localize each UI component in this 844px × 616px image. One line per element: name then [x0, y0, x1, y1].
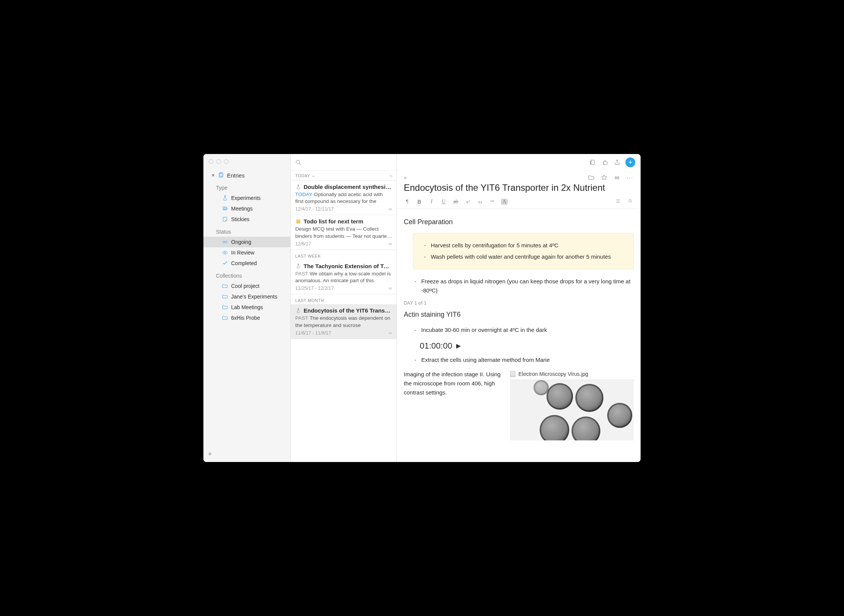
close-window-icon[interactable]	[209, 159, 213, 164]
star-icon[interactable]	[600, 174, 608, 181]
sidebar-entries[interactable]: ▼ Entries	[203, 170, 290, 181]
infinity-icon	[222, 239, 228, 245]
sidebar-item-completed[interactable]: Completed	[203, 258, 290, 269]
play-icon[interactable]: ▶	[456, 341, 461, 351]
svg-rect-6	[591, 160, 595, 165]
timer[interactable]: 01:00:00 ▶	[404, 339, 634, 352]
breadcrumb-chevron-icon[interactable]: »	[404, 174, 407, 181]
folder-icon[interactable]	[587, 174, 595, 181]
entry-title[interactable]: Endocytosis of the YIT6 Transporter in 2…	[404, 182, 605, 193]
sidebar-item-label: Stickies	[231, 216, 249, 222]
list-item-dates: 11/6/17 - 11/8/17	[295, 330, 331, 336]
callout-item: Harvest cells by centrifugation for 5 mi…	[424, 241, 626, 250]
sidebar-group-status: Status	[203, 227, 290, 237]
bold-button[interactable]: B	[416, 199, 423, 205]
folder-icon	[222, 283, 228, 289]
list-item-title: Endocytosis of the YIT6 Trans…	[304, 307, 392, 314]
outline-button[interactable]	[615, 198, 622, 206]
entry-list-column: TODAY ⌄ ↑↓ Double displacement synthesi……	[291, 154, 397, 462]
list-item-preview: Design MCQ test with Eva — Collect binde…	[295, 226, 392, 239]
sidebar-add-button[interactable]: +	[203, 446, 290, 462]
infinity-icon[interactable]: ∞	[613, 174, 621, 181]
sidebar-item-label: 6xHis Probe	[231, 315, 260, 321]
sidebar-item-label: Completed	[231, 260, 257, 266]
link-button[interactable]	[489, 198, 496, 205]
window-controls	[209, 159, 228, 164]
flask-icon	[222, 195, 228, 201]
attachment[interactable]: Electron Microscopy Virus.jpg	[510, 370, 634, 440]
find-button[interactable]	[627, 198, 634, 206]
strikethrough-button[interactable]: ab	[452, 199, 459, 205]
sort-icon[interactable]: ↑↓	[389, 173, 392, 178]
bullet-item: Incubate 30-60 min or overnight at 4ºC i…	[414, 325, 634, 335]
disclosure-triangle-icon[interactable]: ▼	[211, 173, 215, 178]
sidebar-group-collections: Collections	[203, 271, 290, 281]
paragraph-style-button[interactable]: ¶	[404, 199, 411, 205]
subscript-button[interactable]: x₂	[477, 199, 483, 205]
sidebar-item-cool-project[interactable]: Cool project	[203, 281, 290, 291]
more-icon[interactable]: ···	[626, 174, 634, 181]
sidebar-item-janes-experiments[interactable]: Jane's Experiments	[203, 291, 290, 302]
underline-button[interactable]: U	[440, 199, 447, 205]
callout-block: Harvest cells by centrifugation for 5 mi…	[413, 233, 634, 269]
list-item[interactable]: Double displacement synthesi… TODAY Opti…	[291, 181, 397, 215]
list-item[interactable]: Endocytosis of the YIT6 Trans… PAST The …	[291, 304, 397, 339]
entry-content[interactable]: Cell Preparation Harvest cells by centri…	[397, 209, 641, 462]
timer-value: 01:00:00	[420, 339, 452, 352]
sidebar-item-in-review[interactable]: In Review	[203, 247, 290, 258]
list-item[interactable]: The Tachyonic Extension of To… PAST We o…	[291, 260, 397, 294]
sidebar-item-label: Jane's Experiments	[231, 294, 277, 300]
superscript-button[interactable]: x²	[465, 199, 471, 205]
flask-icon	[295, 308, 301, 313]
file-icon	[510, 371, 515, 377]
search-icon[interactable]	[294, 159, 302, 166]
list-item-title: Double displacement synthesi…	[304, 184, 392, 190]
infinity-icon: ∞	[389, 206, 392, 212]
add-entry-button[interactable]: +	[625, 157, 635, 167]
day-label: DAY 1 of 1	[404, 300, 634, 307]
minimize-window-icon[interactable]	[216, 159, 221, 164]
thumbs-up-icon[interactable]	[601, 159, 609, 166]
entry-header: » ∞ ··· Endocytosis of the YIT6 Transpor…	[397, 171, 641, 195]
infinity-icon: ∞	[389, 241, 392, 247]
sidebar: ▼ Entries Type Experiments	[203, 154, 291, 462]
list-item-title: The Tachyonic Extension of To…	[304, 263, 392, 269]
sidebar-item-lab-meetings[interactable]: Lab Meetings	[203, 302, 290, 313]
filter-label: TODAY	[295, 173, 310, 178]
highlight-button[interactable]: A	[501, 199, 508, 205]
image-row: Imaging of the infection stage II. Using…	[404, 370, 634, 440]
app-window: ▼ Entries Type Experiments	[203, 154, 641, 462]
sidebar-item-experiments[interactable]: Experiments	[203, 193, 290, 203]
filter-today-dropdown[interactable]: TODAY ⌄	[295, 173, 315, 178]
sidebar-item-meetings[interactable]: Meetings	[203, 203, 290, 214]
sidebar-item-ongoing[interactable]: Ongoing	[203, 237, 290, 247]
sticky-note-icon	[222, 216, 228, 223]
folder-icon	[222, 314, 228, 321]
italic-button[interactable]: I	[428, 199, 435, 205]
svg-point-9	[629, 200, 631, 202]
section-heading: Cell Preparation	[404, 217, 634, 228]
svg-point-3	[224, 252, 225, 253]
sidebar-item-stickies[interactable]: Stickies	[203, 214, 290, 225]
flask-icon	[295, 184, 301, 190]
list-toolbar	[291, 154, 397, 171]
sidebar-item-6xhis-probe[interactable]: 6xHis Probe	[203, 313, 290, 323]
eye-icon	[222, 249, 228, 256]
list-section-last-week: LAST WEEK	[291, 250, 397, 260]
zoom-window-icon[interactable]	[224, 159, 228, 164]
attachment-preview	[510, 380, 634, 440]
list-item[interactable]: Todo list for next term Design MCQ test …	[291, 215, 397, 250]
folder-icon	[222, 293, 228, 300]
list-item-dates: 12/6/17	[295, 241, 311, 247]
library-icon[interactable]	[589, 159, 597, 166]
list-item-preview: TODAY Optionally add acetic acid with fi…	[295, 191, 392, 205]
sidebar-item-label: Experiments	[231, 195, 261, 201]
list-filter-row: TODAY ⌄ ↑↓	[291, 171, 397, 181]
share-icon[interactable]	[613, 159, 621, 166]
callout-item: Wash pellets with cold water and centrif…	[424, 252, 626, 261]
svg-point-8	[493, 200, 494, 202]
sidebar-item-label: Cool project	[231, 283, 260, 289]
list-item-preview: PAST The endocytosis was dependent on th…	[295, 315, 392, 328]
bullet-item: Freeze as drops in liquid nitrogen (you …	[414, 277, 634, 295]
sidebar-item-label: Lab Meetings	[231, 304, 263, 310]
